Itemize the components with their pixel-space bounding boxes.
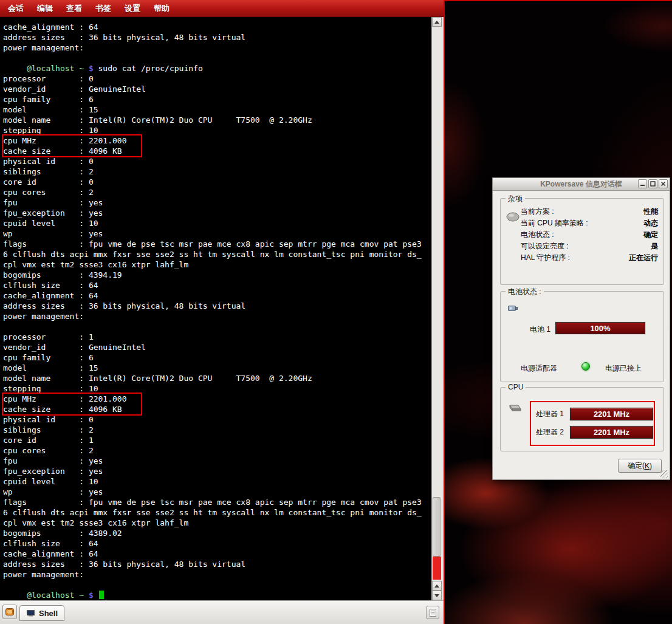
prompt-symbol: $ <box>84 591 98 600</box>
battery-progress-bar: 100% <box>555 322 645 334</box>
maximize-icon <box>650 181 656 187</box>
terminal-annotation-box: cpu MHz : 2201.000cache size : 4096 KB <box>3 394 141 414</box>
scrollbar-thumb[interactable] <box>433 497 441 557</box>
terminal-line: model : 15 <box>3 105 431 115</box>
cpu-group: CPU 处理器 12201 MHz处理器 22201 MHz <box>500 387 664 451</box>
terminal-line: cpl vmx est tm2 ssse3 cx16 xtpr lahf_lm <box>3 518 431 528</box>
terminal-line: cache_alignment : 64 <box>3 549 431 559</box>
screen: 会话编辑查看书签设置帮助 cache_alignment : 64address… <box>0 0 672 624</box>
maximize-button[interactable] <box>648 179 657 188</box>
terminal-icon <box>26 609 35 617</box>
info-value: 是 <box>651 241 658 252</box>
misc-group-title: 杂项 <box>506 194 525 204</box>
misc-group: 杂项 当前方案 :性能当前 CPU 频率策略 :动态电池状态 :确定可以设定亮度… <box>500 198 664 285</box>
terminal-scrollbar[interactable] <box>431 17 441 600</box>
dialog-titlebar[interactable]: KPowersave 信息对话框 <box>493 178 670 191</box>
close-button[interactable] <box>659 179 668 188</box>
scroll-down-button[interactable] <box>432 591 442 600</box>
terminal-line: fpu_exception : yes <box>3 466 431 476</box>
tab-shell[interactable]: Shell <box>19 605 64 621</box>
resize-grip[interactable] <box>660 470 668 478</box>
terminal-output[interactable]: cache_alignment : 64address sizes : 36 b… <box>0 17 431 600</box>
ok-label-suffix: ) <box>650 462 652 470</box>
ac-adapter-label: 电源适配器 <box>521 363 557 374</box>
prompt-line: @localhost ~ $ <box>3 590 431 600</box>
terminal-frame: cache_alignment : 64address sizes : 36 b… <box>0 17 441 600</box>
battery-group-title: 电池状态 : <box>506 287 544 297</box>
terminal-line: vendor_id : GenuineIntel <box>3 342 431 352</box>
prompt-host: @localhost ~ <box>27 64 84 73</box>
info-row: 可以设定亮度 :是 <box>521 241 658 252</box>
terminal-line: fpu : yes <box>3 456 431 466</box>
battery-group: 电池状态 : 电池 1 100% 电源适配器 电源已接上 <box>500 291 664 382</box>
terminal-line: siblings : 2 <box>3 166 431 177</box>
ac-adapter-led <box>581 362 590 371</box>
up-arrow-icon <box>434 585 439 588</box>
cpu-row: 处理器 12201 MHz <box>536 405 653 423</box>
scroll-up-button[interactable] <box>432 17 442 27</box>
menu-item-5[interactable]: 设置 <box>118 0 147 16</box>
scroll-up-button-bottom[interactable] <box>432 581 442 591</box>
terminal-line: core id : 0 <box>3 177 431 187</box>
terminal-line: flags : fpu vme de pse tsc msr pae mce c… <box>3 239 431 249</box>
misc-rows: 当前方案 :性能当前 CPU 频率策略 :动态电池状态 :确定可以设定亮度 :是… <box>521 206 658 264</box>
info-label: HAL 守护程序 : <box>521 253 570 263</box>
menu-item-4[interactable]: 书签 <box>89 0 118 16</box>
terminal-annotation-box: cpu MHz : 2201.000cache size : 4096 KB <box>3 135 141 156</box>
terminal-line: siblings : 2 <box>3 425 431 435</box>
terminal-line: power management: <box>3 311 431 321</box>
terminal-line: cpu cores : 2 <box>3 445 431 456</box>
terminal-line: processor : 0 <box>3 74 431 84</box>
terminal-line: core id : 1 <box>3 435 431 445</box>
tab-label: Shell <box>39 609 58 618</box>
ok-button[interactable]: 确定(K) <box>618 459 662 473</box>
terminal-line: stepping : 10 <box>3 125 431 135</box>
menu-item-6[interactable]: 帮助 <box>147 0 176 16</box>
cpu-row: 处理器 22201 MHz <box>536 423 653 441</box>
terminal-line: cpu family : 6 <box>3 352 431 363</box>
terminal-line: model name : Intel(R) Core(TM)2 Duo CPU … <box>3 373 431 383</box>
misc-icon <box>506 211 520 224</box>
terminal-line: clflush size : 64 <box>3 538 431 549</box>
terminal-line: cpl vmx est tm2 ssse3 cx16 xtpr lahf_lm <box>3 259 431 270</box>
kpowersave-dialog: KPowersave 信息对话框 杂项 <box>492 177 670 480</box>
command-text: sudo cat /proc/cpuinfo <box>98 64 203 73</box>
minimize-button[interactable] <box>638 179 647 188</box>
menu-bar: 会话编辑查看书签设置帮助 <box>0 0 444 17</box>
terminal-line: address sizes : 36 bits physical, 48 bit… <box>3 301 431 311</box>
prompt-line: @localhost ~ $ sudo cat /proc/cpuinfo <box>3 63 431 74</box>
down-arrow-icon <box>434 594 439 597</box>
terminal-line: address sizes : 36 bits physical, 48 bit… <box>3 559 431 569</box>
terminal-line: wp : yes <box>3 487 431 497</box>
scrollbar-red-marker <box>433 557 441 580</box>
terminal-line: cache size : 4096 KB <box>3 146 141 156</box>
session-list-button[interactable] <box>426 606 439 619</box>
menu-item-2[interactable]: 编辑 <box>30 0 60 16</box>
close-icon <box>660 181 666 187</box>
terminal-line: cpu cores : 2 <box>3 187 431 197</box>
terminal-line: power management: <box>3 569 431 580</box>
redacted-username <box>3 64 27 73</box>
terminal-line <box>3 53 431 63</box>
window-controls <box>638 179 668 188</box>
info-row: 当前方案 :性能 <box>521 206 658 218</box>
cpu-chip-icon <box>507 403 521 415</box>
terminal-line: model : 15 <box>3 363 431 373</box>
cpu-frequency-bar: 2201 MHz <box>570 408 653 420</box>
terminal-line: flags : fpu vme de pse tsc msr pae mce c… <box>3 497 431 507</box>
terminal-line: cpuid level : 10 <box>3 476 431 487</box>
terminal-line: stepping : 10 <box>3 383 431 394</box>
terminal-line: address sizes : 36 bits physical, 48 bit… <box>3 32 431 43</box>
prompt-symbol: $ <box>84 64 98 73</box>
ok-label-prefix: 确定( <box>628 461 645 471</box>
new-session-button[interactable] <box>2 605 17 619</box>
session-list-icon <box>429 609 437 617</box>
redacted-username <box>3 591 27 600</box>
terminal-line: fpu : yes <box>3 197 431 208</box>
terminal-line: cpuid level : 10 <box>3 218 431 228</box>
info-row: 电池状态 :确定 <box>521 229 658 241</box>
menu-item-1[interactable]: 会话 <box>1 0 30 16</box>
terminal-line <box>3 580 431 590</box>
menu-item-3[interactable]: 查看 <box>60 0 89 16</box>
info-label: 当前方案 : <box>521 207 554 217</box>
